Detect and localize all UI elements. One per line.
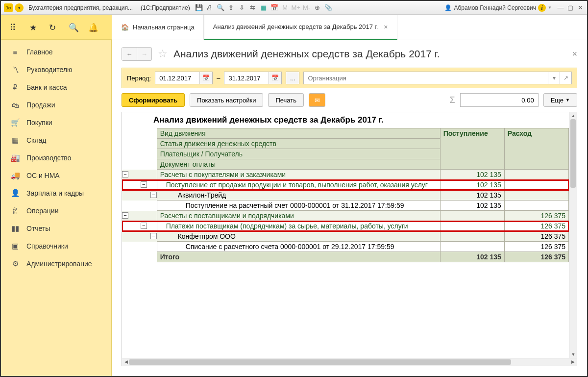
minimize-icon[interactable]: — xyxy=(557,4,564,12)
org-input[interactable] xyxy=(304,72,548,84)
scroll-thumb[interactable] xyxy=(570,119,576,188)
bars-icon: ▮▮ xyxy=(11,224,20,233)
zoom-icon[interactable]: ⊕ xyxy=(314,4,321,12)
favorite-icon[interactable]: ★ xyxy=(29,23,38,31)
sidebar-item-purchases[interactable]: 🛒Покупки xyxy=(1,114,111,131)
info-icon[interactable]: i xyxy=(538,4,546,12)
tree-toggle[interactable]: − xyxy=(150,192,157,198)
m-icon[interactable]: M xyxy=(281,4,289,12)
grid-icon: ▦ xyxy=(11,136,20,145)
generate-button[interactable]: Сформировать xyxy=(122,93,185,107)
sidebar-item-manager[interactable]: 〽Руководителю xyxy=(1,61,111,78)
more-button[interactable]: Еще▼ xyxy=(543,93,577,107)
calendar-icon[interactable]: 📅 xyxy=(270,4,278,12)
row-desc: Расчеты с покупателями и заказчиками xyxy=(157,170,440,180)
sidebar-item-admin[interactable]: ⚙Администрирование xyxy=(1,255,111,273)
notifications-icon[interactable]: 🔔 xyxy=(88,23,97,31)
row-in xyxy=(440,231,504,242)
org-open-icon[interactable]: ↗ xyxy=(560,72,571,84)
sidebar-item-os[interactable]: 🚚ОС и НМА xyxy=(1,167,111,184)
amount-input[interactable] xyxy=(460,93,539,107)
org-group: ▾ ↗ xyxy=(303,72,572,84)
report-area: Анализ движений денежных средств за Дека… xyxy=(122,112,577,366)
tree-toggle[interactable]: − xyxy=(141,223,147,229)
row-desc: Списание с расчетного счета 0000-000001 … xyxy=(157,242,440,252)
compare-icon[interactable]: ⇆ xyxy=(249,4,257,12)
m-plus-icon[interactable]: M+ xyxy=(292,4,300,12)
user-display[interactable]: 👤 Абрамов Геннадий Сергеевич i ▼ xyxy=(444,4,552,12)
maximize-icon[interactable]: ▢ xyxy=(566,4,574,12)
history-icon[interactable]: ↻ xyxy=(49,23,58,31)
apps-icon[interactable]: ⠿ xyxy=(10,23,19,31)
tree-toggle[interactable]: − xyxy=(122,171,128,177)
scrollbar-vertical[interactable]: ▲ ▼ xyxy=(569,112,577,358)
settings-button[interactable]: Показать настройки xyxy=(190,93,263,107)
search-icon[interactable]: 🔍 xyxy=(69,23,77,31)
sidebar-item-production[interactable]: 🏭Производство xyxy=(1,149,111,167)
menu-icon: ≡ xyxy=(11,48,20,56)
calendar-to-icon[interactable]: 📅 xyxy=(269,72,281,84)
row-out xyxy=(504,201,568,211)
page-close-icon[interactable]: × xyxy=(572,49,577,59)
print-button[interactable]: Печать xyxy=(268,93,304,107)
calc-icon[interactable]: ▦ xyxy=(260,4,268,12)
attach-icon[interactable]: 📎 xyxy=(324,4,332,12)
row-out xyxy=(504,190,568,201)
scroll-down-icon[interactable]: ▼ xyxy=(569,351,577,358)
sidebar-label: Справочники xyxy=(26,242,68,250)
user-icon: 👤 xyxy=(444,4,452,11)
org-dropdown-icon[interactable]: ▾ xyxy=(548,72,560,84)
period-picker-button[interactable]: ... xyxy=(286,72,299,84)
tree-toggle[interactable]: − xyxy=(150,233,157,239)
row-in: 102 135 xyxy=(440,180,504,190)
scroll-thumb-h[interactable] xyxy=(129,359,511,365)
nav-quick-icons: ⠿ ★ ↻ 🔍 🔔 xyxy=(1,15,112,40)
tree-toggle[interactable]: − xyxy=(141,181,147,188)
total-out: 126 375 xyxy=(504,252,568,262)
sidebar-item-refs[interactable]: ▣Справочники xyxy=(1,237,111,255)
scroll-up-icon[interactable]: ▲ xyxy=(569,112,577,119)
sidebar-item-operations[interactable]: ДтКтОперации xyxy=(1,202,111,220)
row-desc: Поступление от продажи продукции и товар… xyxy=(157,180,440,190)
period-bar: Период: 📅 – 📅 ... ▾ ↗ xyxy=(122,68,577,88)
scrollbar-horizontal[interactable]: ◀ ▶ xyxy=(122,358,577,366)
calendar-from-icon[interactable]: 📅 xyxy=(199,72,212,84)
sidebar-item-salary[interactable]: 👤Зарплата и кадры xyxy=(1,184,111,202)
sidebar-item-main[interactable]: ≡Главное xyxy=(1,43,111,61)
generate-label: Сформировать xyxy=(129,97,177,104)
sidebar-item-reports[interactable]: ▮▮Отчеты xyxy=(1,220,111,237)
tab-close-icon[interactable]: × xyxy=(384,23,388,31)
row-in xyxy=(440,242,504,252)
forward-button[interactable]: → xyxy=(137,48,151,60)
sidebar-item-warehouse[interactable]: ▦Склад xyxy=(1,131,111,149)
export-icon[interactable]: ⇪ xyxy=(227,4,235,12)
print-icon[interactable]: 🖨 xyxy=(206,4,214,12)
gear-icon: ⚙ xyxy=(11,259,20,268)
books-icon: ▣ xyxy=(11,242,20,251)
favorite-toggle[interactable]: ☆ xyxy=(158,48,168,60)
mail-button[interactable]: ✉ xyxy=(309,93,325,107)
date-from-input[interactable] xyxy=(155,72,199,84)
titlebar: 1c ▾ Бухгалтерия предприятия, редакция..… xyxy=(1,1,587,15)
close-icon[interactable]: ✕ xyxy=(576,4,584,12)
date-to-input[interactable] xyxy=(224,72,269,84)
app-menu-dropdown[interactable]: ▾ xyxy=(15,3,24,12)
preview-icon[interactable]: 🔍 xyxy=(217,4,224,12)
tree-toggle[interactable]: − xyxy=(122,212,128,219)
tab-report[interactable]: Анализ движений денежных средств за Дека… xyxy=(204,15,397,40)
chevron-down-icon: ▼ xyxy=(565,98,570,102)
sidebar-item-sales[interactable]: 🛍Продажи xyxy=(1,96,111,114)
page-title: Анализ движений денежных средств за Дека… xyxy=(173,48,566,60)
save-icon[interactable]: 💾 xyxy=(195,4,203,12)
row-out: 126 375 xyxy=(504,221,568,231)
titlebar-toolbar: 💾 🖨 🔍 ⇪ ⇩ ⇆ ▦ 📅 M M+ M- ⊕ 📎 xyxy=(195,4,332,12)
scroll-right-icon[interactable]: ▶ xyxy=(569,358,577,365)
tab-home[interactable]: 🏠 Начальная страница xyxy=(112,15,204,40)
back-button[interactable]: ← xyxy=(122,48,137,60)
row-out xyxy=(504,170,568,180)
m-minus-icon[interactable]: M- xyxy=(303,4,311,12)
row-in: 102 135 xyxy=(440,190,504,201)
import-icon[interactable]: ⇩ xyxy=(238,4,246,12)
sidebar-item-bank[interactable]: ₽Банк и касса xyxy=(1,78,111,96)
report-toolbar: Сформировать Показать настройки Печать ✉… xyxy=(122,93,577,107)
